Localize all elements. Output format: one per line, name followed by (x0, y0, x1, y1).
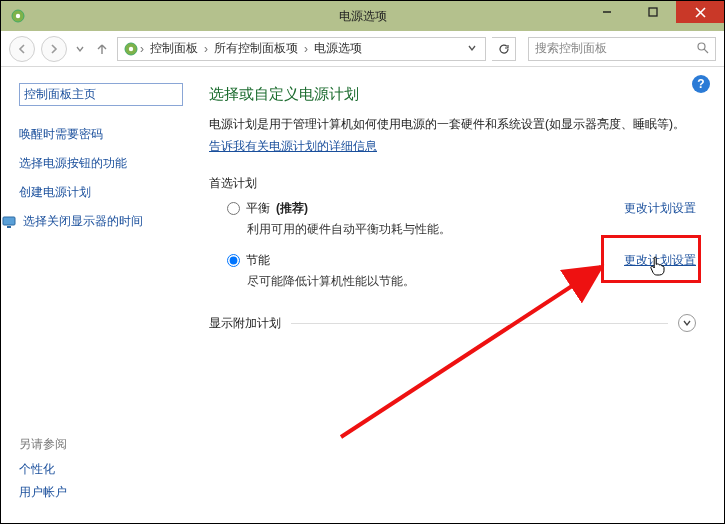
svg-rect-3 (649, 8, 657, 16)
plan-balanced-name: 平衡 (246, 200, 270, 217)
svg-line-9 (704, 49, 708, 53)
plan-saver-name: 节能 (246, 252, 270, 269)
sidebar-link-display-off[interactable]: 选择关闭显示器的时间 (1, 213, 183, 230)
show-additional-label: 显示附加计划 (209, 315, 281, 332)
power-icon (9, 7, 27, 25)
see-also-accounts[interactable]: 用户帐户 (19, 484, 183, 501)
close-button[interactable] (676, 1, 724, 23)
plan-balanced-radio[interactable] (227, 202, 240, 215)
power-icon (122, 40, 140, 58)
sidebar-link-create-plan[interactable]: 创建电源计划 (19, 184, 183, 201)
search-placeholder: 搜索控制面板 (535, 40, 607, 57)
recent-dropdown[interactable] (73, 36, 87, 62)
plan-saver: 节能 尽可能降低计算机性能以节能。 更改计划设置 (227, 252, 696, 290)
svg-point-1 (16, 14, 20, 18)
sidebar-home[interactable]: 控制面板主页 (19, 83, 183, 106)
plan-saver-desc: 尽可能降低计算机性能以节能。 (247, 273, 696, 290)
preferred-plans-heading: 首选计划 (209, 175, 696, 192)
sidebar-link-wake-password[interactable]: 唤醒时需要密码 (19, 126, 183, 143)
up-button[interactable] (93, 36, 111, 62)
svg-rect-10 (3, 217, 15, 225)
change-plan-balanced[interactable]: 更改计划设置 (624, 200, 696, 217)
svg-point-7 (129, 46, 133, 50)
monitor-icon (1, 214, 17, 230)
navbar: › 控制面板 › 所有控制面板项 › 电源选项 搜索控制面板 (1, 31, 724, 67)
main-panel: 选择或自定义电源计划 电源计划是用于管理计算机如何使用电源的一套硬件和系统设置(… (201, 67, 724, 523)
see-also-personalize[interactable]: 个性化 (19, 461, 183, 478)
svg-line-12 (341, 267, 601, 437)
plan-balanced-desc: 利用可用的硬件自动平衡功耗与性能。 (247, 221, 696, 238)
sidebar: 控制面板主页 唤醒时需要密码 选择电源按钮的功能 创建电源计划 选择关闭显示器的… (1, 67, 201, 523)
breadcrumb-seg-2[interactable]: 所有控制面板项 (208, 40, 304, 57)
breadcrumb-dropdown[interactable] (463, 42, 481, 56)
minimize-button[interactable] (584, 1, 630, 23)
plan-saver-radio[interactable] (227, 254, 240, 267)
back-button[interactable] (9, 36, 35, 62)
page-description: 电源计划是用于管理计算机如何使用电源的一套硬件和系统设置(如显示器亮度、睡眠等)… (209, 114, 696, 157)
svg-rect-11 (7, 226, 11, 228)
refresh-button[interactable] (492, 37, 516, 61)
chevron-down-icon (678, 314, 696, 332)
change-plan-saver[interactable]: 更改计划设置 (624, 252, 696, 269)
page-title: 选择或自定义电源计划 (209, 85, 696, 104)
plan-balanced-rec: (推荐) (276, 200, 308, 217)
plan-balanced: 平衡 (推荐) 利用可用的硬件自动平衡功耗与性能。 更改计划设置 (227, 200, 696, 238)
show-additional-plans[interactable]: 显示附加计划 (209, 314, 696, 332)
titlebar: 电源选项 (1, 1, 724, 31)
see-also-heading: 另请参阅 (19, 436, 183, 453)
sidebar-link-power-button[interactable]: 选择电源按钮的功能 (19, 155, 183, 172)
svg-point-8 (698, 43, 705, 50)
sidebar-link-label: 选择关闭显示器的时间 (23, 213, 143, 230)
search-icon (696, 41, 709, 57)
breadcrumb-seg-1[interactable]: 控制面板 (144, 40, 204, 57)
forward-button[interactable] (41, 36, 67, 62)
breadcrumb[interactable]: › 控制面板 › 所有控制面板项 › 电源选项 (117, 37, 486, 61)
maximize-button[interactable] (630, 1, 676, 23)
learn-more-link[interactable]: 告诉我有关电源计划的详细信息 (209, 139, 377, 153)
breadcrumb-seg-3[interactable]: 电源选项 (308, 40, 368, 57)
search-input[interactable]: 搜索控制面板 (528, 37, 716, 61)
